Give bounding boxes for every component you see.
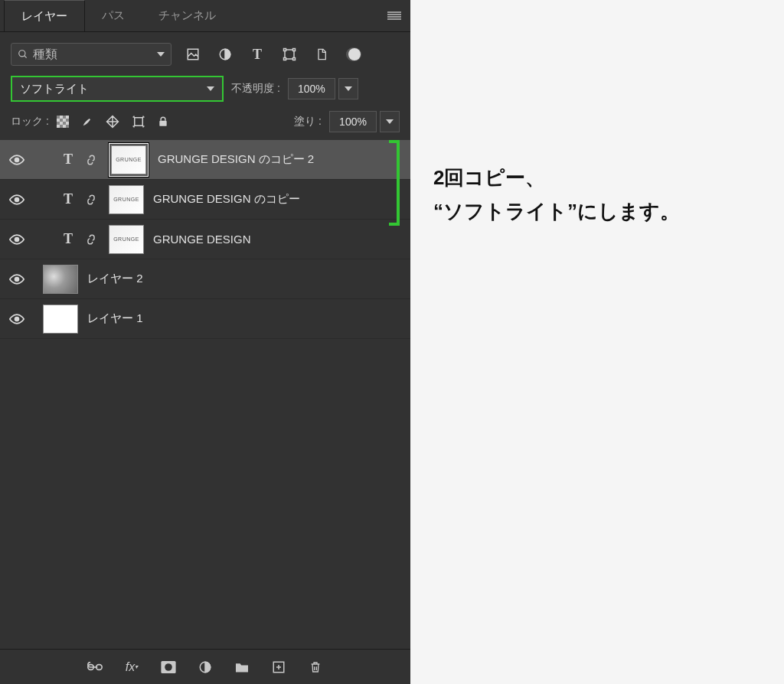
filter-shape-icon[interactable] [282,47,297,62]
link-icon[interactable] [86,193,100,207]
svg-point-32 [15,317,19,321]
layer-thumbnail[interactable] [43,305,78,334]
svg-rect-13 [66,119,69,122]
visibility-icon[interactable] [9,194,28,205]
svg-rect-17 [66,125,69,128]
layers-panel: レイヤー パス チャンネル 種類 T [0,0,410,684]
filter-type-icons: T [185,47,361,62]
tab-paths[interactable]: パス [85,0,142,31]
svg-rect-10 [57,116,60,119]
layer-name[interactable]: GRUNGE DESIGN のコピー [153,192,300,207]
svg-rect-12 [60,119,63,122]
svg-point-0 [19,50,25,57]
panel-tabs: レイヤー パス チャンネル [0,0,410,32]
visibility-icon[interactable] [9,234,28,245]
chevron-down-icon [345,86,352,91]
link-icon[interactable] [86,233,100,246]
lock-position-icon[interactable] [106,115,119,129]
annotation-bracket [389,140,400,226]
fill-input[interactable]: 100% [329,111,377,132]
svg-point-31 [15,277,19,281]
visibility-icon[interactable] [9,155,28,165]
opacity-input[interactable]: 100% [288,78,335,99]
layer-thumbnail[interactable] [109,185,144,214]
chevron-down-icon [207,86,214,91]
layer-name[interactable]: GRUNGE DESIGN のコピー 2 [158,152,314,167]
layer-row[interactable]: レイヤー 2 [0,259,410,299]
svg-rect-6 [293,49,296,51]
chevron-down-icon [386,119,394,124]
adjustment-layer-icon[interactable] [198,660,213,675]
layer-mask-icon[interactable] [161,660,176,675]
lock-all-icon[interactable] [158,116,168,128]
svg-point-30 [15,237,19,241]
filter-toggle[interactable] [346,47,361,62]
lock-row: ロック : 塗り : 100% [0,106,410,140]
layer-thumbnail[interactable] [43,265,78,294]
layer-row[interactable]: T GRUNGE DESIGN のコピー [0,180,410,220]
text-layer-icon: T [60,231,77,247]
blend-mode-value: ソフトライト [20,82,89,96]
layer-row[interactable]: T GRUNGE DESIGN [0,220,410,259]
layer-row[interactable]: レイヤー 1 [0,299,410,339]
layer-thumbnail[interactable] [109,225,144,254]
fill-label: 塗り : [294,115,322,129]
svg-point-28 [15,158,19,161]
svg-rect-14 [57,122,60,125]
filter-adjust-icon[interactable] [217,47,233,62]
layer-thumbnail[interactable] [111,145,146,174]
opacity-dropdown[interactable] [338,78,358,99]
search-icon [18,49,28,60]
svg-rect-27 [159,121,166,126]
layer-bottom-toolbar: fx▾ [0,649,410,684]
group-icon[interactable] [234,660,250,675]
blend-row: ソフトライト 不透明度 : 100% [0,73,410,106]
svg-rect-11 [63,116,66,119]
filter-label: 種類 [33,47,57,63]
layer-name[interactable]: レイヤー 2 [87,272,143,286]
tab-channels[interactable]: チャンネル [142,0,233,31]
annotation-line2: “ソフトライト”にします。 [433,200,680,223]
link-layers-icon[interactable] [87,660,103,675]
link-icon[interactable] [86,153,100,167]
trash-icon[interactable] [308,660,323,675]
svg-rect-5 [284,49,286,51]
layer-list: T GRUNGE DESIGN のコピー 2 T GRUNGE DESIGN の… [0,140,410,649]
panel-menu-icon[interactable] [378,0,410,31]
text-layer-icon: T [60,151,77,168]
blend-mode-select[interactable]: ソフトライト [11,76,224,102]
visibility-icon[interactable] [9,314,28,324]
layer-filter-select[interactable]: 種類 [11,43,172,66]
annotation-text: 2回コピー、 “ソフトライト”にします。 [410,0,784,684]
new-layer-icon[interactable] [271,660,286,675]
layer-name[interactable]: GRUNGE DESIGN [153,233,251,246]
annotation-line1: 2回コピー、 [433,166,545,189]
opacity-label: 不透明度 : [231,82,280,96]
svg-point-29 [15,197,19,201]
layer-row[interactable]: T GRUNGE DESIGN のコピー 2 [0,140,410,180]
svg-rect-7 [284,58,286,60]
lock-label: ロック : [11,115,49,129]
filter-pixel-icon[interactable] [185,47,201,62]
text-layer-icon: T [60,191,77,207]
lock-transparency-icon[interactable] [57,116,69,128]
svg-line-1 [24,56,27,58]
svg-rect-18 [135,118,143,126]
chevron-down-icon [157,52,165,57]
lock-artboard-icon[interactable] [132,115,145,129]
svg-rect-8 [293,58,296,60]
visibility-icon[interactable] [9,274,28,285]
fill-dropdown[interactable] [380,111,400,132]
filter-smartobj-icon[interactable] [314,47,329,62]
tab-layers[interactable]: レイヤー [4,0,85,31]
layer-name[interactable]: レイヤー 1 [87,311,143,326]
svg-rect-16 [60,125,63,128]
filter-row: 種類 T [0,32,410,73]
layer-fx-icon[interactable]: fx▾ [124,660,139,675]
lock-paint-icon[interactable] [81,116,93,128]
svg-rect-15 [63,122,66,125]
filter-type-icon[interactable]: T [250,47,265,62]
svg-point-37 [165,663,172,671]
